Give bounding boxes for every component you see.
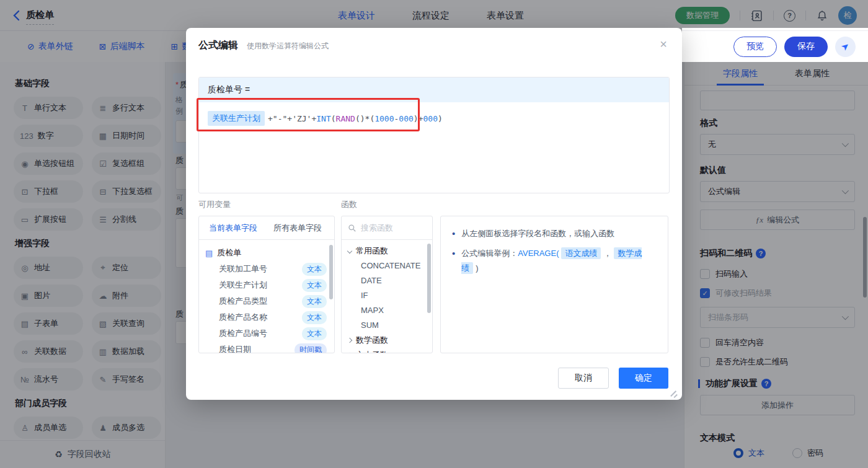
variable-tree-root[interactable]: ▤质检单 (205, 245, 327, 261)
cancel-button[interactable]: 取消 (558, 368, 609, 389)
formula-token: 000 (399, 114, 413, 123)
tab-all-form-fields[interactable]: 所有表单字段 (273, 223, 322, 234)
hint-line: • 公式编辑举例：AVERAGE(语文成绩，数学成绩) (452, 246, 657, 276)
formula-token: RAND (336, 114, 355, 123)
hint-field-chip: 语文成绩 (561, 247, 601, 259)
function-tree: 常用函数CONCATENATEDATEIFMAPXSUM数学函数文本函数 (342, 240, 432, 353)
function-item[interactable]: SUM (348, 318, 428, 333)
variables-scrollbar[interactable] (329, 245, 333, 299)
search-placeholder: 搜索函数 (361, 223, 393, 234)
function-item[interactable]: CONCATENATE (348, 258, 428, 273)
hint-close-paren: ) (476, 263, 478, 273)
function-group[interactable]: 数学函数 (348, 333, 428, 348)
formula-token: INT (316, 114, 330, 123)
function-group-label: 常用函数 (356, 245, 388, 257)
variable-type-badge: 文本 (302, 327, 327, 340)
formula-token: - (394, 114, 399, 123)
caret-icon (347, 338, 352, 343)
hint-comma: ， (603, 249, 611, 258)
formula-editor-modal: 公式编辑 使用数学运算符编辑公式 × 质检单号 = 关联生产计划+"-"+'ZJ… (186, 28, 682, 400)
variable-name: 关联加工单号 (219, 263, 267, 275)
formula-token: 1000 (374, 114, 394, 123)
functions-panel: 搜索函数 常用函数CONCATENATEDATEIFMAPXSUM数学函数文本函… (341, 216, 433, 353)
share-arrow-icon: ➤ (839, 40, 852, 53)
share-button[interactable]: ➤ (835, 37, 856, 57)
variable-item[interactable]: 关联生产计划文本 (205, 277, 327, 293)
variable-name: 质检产品名称 (219, 312, 267, 323)
variable-name: 质检产品类型 (219, 296, 267, 307)
modal-title: 公式编辑 (198, 39, 238, 52)
function-item[interactable]: MAPX (348, 303, 428, 318)
variable-type-badge: 文本 (302, 295, 327, 308)
formula-input-area[interactable]: 关联生产计划+"-"+'ZJ'+INT(RAND()*(1000-000)+00… (199, 102, 669, 135)
variable-type-badge: 文本 (302, 311, 327, 324)
variable-item[interactable]: 质检产品编号文本 (205, 325, 327, 342)
formula-editor-box: 质检单号 = 关联生产计划+"-"+'ZJ'+INT(RAND()*(1000-… (198, 77, 670, 193)
modal-subtitle: 使用数学运算符编辑公式 (247, 41, 329, 51)
confirm-button[interactable]: 确定 (619, 368, 668, 389)
hint-text: 公式编辑举例：AVERAGE(语文成绩，数学成绩) (461, 246, 657, 276)
resize-handle[interactable] (673, 394, 677, 397)
formula-token: 000 (423, 114, 438, 123)
variable-type-badge: 时间戳 (294, 343, 327, 354)
function-group-label: 数学函数 (356, 335, 388, 346)
functions-scrollbar[interactable] (427, 244, 431, 313)
bullet-icon: • (452, 246, 455, 261)
formula-token: + (268, 114, 273, 123)
variable-item[interactable]: 关联加工单号文本 (205, 261, 327, 277)
variable-item[interactable]: 质检产品类型文本 (205, 293, 327, 309)
search-icon (348, 224, 356, 232)
modal-overlay (0, 0, 868, 28)
caret-icon (347, 249, 352, 254)
variable-tree: ▤质检单关联加工单号文本关联生产计划文本质检产品类型文本质检产品名称文本质检产品… (199, 240, 334, 353)
function-group[interactable]: 文本函数 (348, 348, 428, 353)
hints-panel: • 从左侧面板选择字段名和函数，或输入函数 • 公式编辑举例：AVERAGE(语… (440, 216, 668, 353)
function-group-label: 文本函数 (356, 350, 388, 353)
variable-name: 关联生产计划 (219, 280, 267, 291)
variable-name: 质检产品编号 (219, 328, 267, 339)
app-window: 质检单 表单设计 流程设定 表单设置 数据管理 ? 检 ⊘ 表单外链 (0, 0, 868, 468)
function-item[interactable]: DATE (348, 273, 428, 288)
formula-token: ) (438, 114, 443, 123)
formula-token: + (287, 114, 292, 123)
formula-target-field: 质检单号 = (199, 77, 669, 102)
formula-field-chip[interactable]: 关联生产计划 (208, 111, 265, 126)
variables-section-label: 可用变量 (198, 199, 231, 210)
formula-token: ( (331, 114, 336, 123)
variable-item[interactable]: 质检日期时间戳 (205, 342, 327, 353)
formula-expression: 关联生产计划+"-"+'ZJ'+INT(RAND()*(1000-000)+00… (208, 111, 660, 126)
close-icon[interactable]: × (660, 38, 667, 50)
hint-function-text: AVERAGE( (518, 249, 559, 258)
caret-icon (347, 353, 352, 353)
formula-token: ()*( (355, 114, 374, 123)
formula-token: )+ (414, 114, 423, 123)
function-group[interactable]: 常用函数 (348, 244, 428, 258)
formula-token: "-" (273, 114, 287, 123)
hint-line: • 从左侧面板选择字段名和函数，或输入函数 (452, 226, 657, 241)
variable-type-badge: 文本 (302, 263, 327, 276)
preview-button[interactable]: 预览 (733, 37, 777, 57)
function-search-input[interactable]: 搜索函数 (342, 216, 432, 240)
variable-name: 质检日期 (219, 344, 251, 353)
formula-token: 'ZJ' (292, 114, 311, 123)
hint-text: 从左侧面板选择字段名和函数，或输入函数 (461, 226, 614, 241)
variable-root-label: 质检单 (217, 247, 241, 258)
function-item[interactable]: IF (348, 288, 428, 303)
functions-section-label: 函数 (341, 199, 357, 210)
variable-type-badge: 文本 (302, 279, 327, 292)
variables-panel: 当前表单字段 所有表单字段 ▤质检单关联加工单号文本关联生产计划文本质检产品类型… (198, 216, 335, 353)
bullet-icon: • (452, 226, 455, 241)
variable-item[interactable]: 质检产品名称文本 (205, 309, 327, 325)
formula-token: + (311, 114, 316, 123)
hint-example-prefix: 公式编辑举例： (461, 249, 518, 258)
save-button[interactable]: 保存 (784, 37, 828, 57)
tab-current-form-fields[interactable]: 当前表单字段 (209, 223, 257, 234)
form-doc-icon: ▤ (205, 249, 213, 258)
modal-overlay (682, 62, 868, 468)
